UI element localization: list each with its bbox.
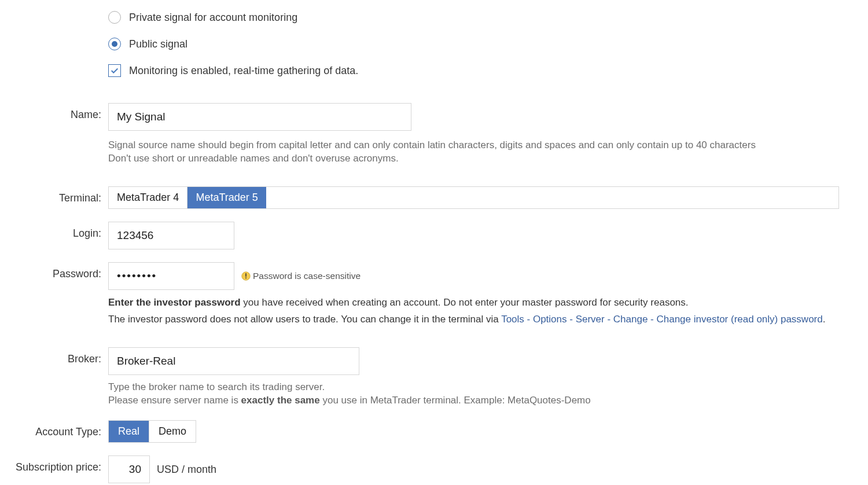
subscription-price-input[interactable]: [108, 455, 150, 483]
password-hint1-strong: Enter the investor password: [108, 297, 241, 308]
broker-input[interactable]: [108, 347, 359, 375]
account-type-demo[interactable]: Demo: [149, 421, 196, 442]
radio-public-signal[interactable]: Public signal: [108, 32, 839, 56]
account-type-real[interactable]: Real: [109, 421, 149, 442]
password-label: Password:: [3, 262, 108, 280]
name-input[interactable]: [108, 103, 411, 131]
radio-private-signal[interactable]: Private signal for account monitoring: [108, 6, 839, 29]
account-type-label: Account Type:: [3, 420, 108, 438]
password-note-text: Password is case-sensitive: [253, 271, 361, 281]
login-row: Login:: [3, 222, 839, 249]
checkbox-monitoring-label: Monitoring is enabled, real-time gatheri…: [129, 65, 358, 77]
svg-rect-1: [245, 273, 247, 277]
radio-public-label: Public signal: [129, 38, 187, 50]
password-help-link[interactable]: Tools - Options - Server - Change - Chan…: [501, 314, 823, 325]
name-row: Name: Signal source name should begin fr…: [3, 103, 839, 166]
name-label: Name:: [3, 103, 108, 121]
password-input[interactable]: [108, 262, 234, 290]
broker-hint1: Type the broker name to search its tradi…: [108, 381, 839, 394]
signal-form: Private signal for account monitoring Pu…: [3, 6, 839, 483]
radio-icon-selected: [108, 38, 121, 50]
subscription-unit: USD / month: [157, 464, 216, 476]
svg-rect-2: [245, 277, 247, 278]
terminal-row: Terminal: MetaTrader 4 MetaTrader 5: [3, 186, 839, 209]
warning-icon: [241, 271, 251, 281]
checkbox-monitoring[interactable]: Monitoring is enabled, real-time gatheri…: [108, 59, 839, 82]
broker-row: Broker: Type the broker name to search i…: [3, 347, 839, 407]
checkbox-icon: [108, 64, 121, 77]
login-input[interactable]: [108, 222, 234, 249]
password-hint2-tail: .: [823, 314, 826, 325]
name-hint: Signal source name should begin from cap…: [108, 139, 839, 166]
broker-label: Broker:: [3, 347, 108, 365]
subscription-row: Subscription price: USD / month: [3, 455, 839, 483]
terminal-option-mt4[interactable]: MetaTrader 4: [109, 187, 187, 208]
password-hint1-rest: you have received when creating an accou…: [241, 297, 689, 308]
radio-private-label: Private signal for account monitoring: [129, 12, 297, 24]
signal-type-row: Private signal for account monitoring Pu…: [3, 6, 839, 82]
login-label: Login:: [3, 222, 108, 240]
terminal-label: Terminal:: [3, 186, 108, 204]
empty-label: [3, 6, 108, 12]
password-hint1: Enter the investor password you have rec…: [108, 296, 839, 310]
password-row: Password: Password is case-sensitive: [3, 262, 839, 326]
password-note: Password is case-sensitive: [241, 271, 361, 281]
subscription-label: Subscription price:: [3, 455, 108, 473]
account-type-row: Account Type: Real Demo: [3, 420, 839, 443]
terminal-toggle: MetaTrader 4 MetaTrader 5: [108, 186, 839, 209]
radio-icon: [108, 11, 121, 24]
password-hint2: The investor password does not allow use…: [108, 313, 839, 327]
account-type-toggle: Real Demo: [108, 420, 196, 443]
terminal-option-mt5[interactable]: MetaTrader 5: [187, 187, 266, 208]
broker-hint2: Please ensure server name is exactly the…: [108, 394, 839, 407]
password-hint2-plain: The investor password does not allow use…: [108, 314, 501, 325]
